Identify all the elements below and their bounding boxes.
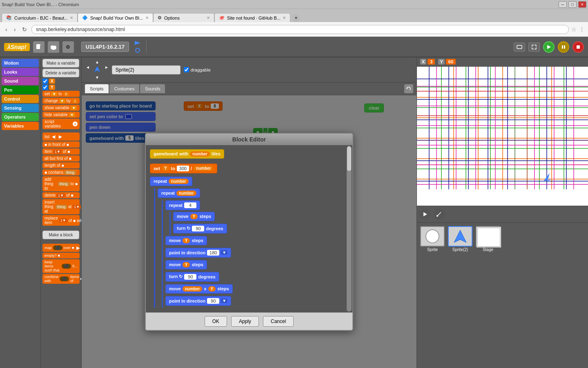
be-repeat4-block[interactable]: repeat 4	[165, 200, 200, 210]
be-set-y-block[interactable]: set Y to 300 / number	[150, 164, 217, 173]
undo-button[interactable]	[404, 84, 413, 93]
category-motion[interactable]: Motion	[2, 59, 39, 67]
maximize-button[interactable]: □	[568, 1, 577, 8]
tab-close[interactable]: ✕	[70, 16, 73, 20]
fullscreen-button[interactable]	[514, 43, 525, 52]
sprite-thumb-2[interactable]: Sprite(2)	[448, 226, 472, 365]
file-button[interactable]	[33, 41, 45, 53]
add-thing-input[interactable]: thing	[58, 182, 69, 186]
address-input[interactable]	[31, 25, 569, 34]
be-90-input1[interactable]: 90	[192, 226, 204, 231]
be-turn1-block[interactable]: turn ↻ 90 degrees	[173, 224, 227, 233]
be-300-input[interactable]: 300	[177, 166, 189, 171]
be-90-dropdown[interactable]: ▼	[221, 298, 227, 303]
menu-button[interactable]: ⋮	[579, 26, 585, 33]
close-button[interactable]: ✕	[578, 1, 586, 8]
tab-curriculum[interactable]: 📚 Curriculum - BJC - Beaut... ✕	[2, 13, 78, 22]
insert-thing[interactable]: thing	[56, 205, 67, 209]
be-move2-block[interactable]: move Y steps	[165, 236, 207, 245]
contains-block[interactable]: ■ contains thing	[42, 169, 80, 175]
set-block[interactable]: set ▼ to 0	[42, 91, 80, 97]
combine-toggle[interactable]: ⬛	[60, 276, 69, 281]
pause-button[interactable]	[558, 41, 569, 53]
list-right-arrow[interactable]: ►	[58, 133, 63, 140]
tab-costumes[interactable]: Costumes	[109, 84, 140, 93]
var-x-checkbox[interactable]: X	[42, 79, 80, 84]
delete-of-block[interactable]: delete 1▼ of ■	[42, 192, 80, 198]
be-move4-block[interactable]: move number x Y steps	[165, 284, 233, 294]
add-thing-block[interactable]: add thing to thing to ■	[42, 176, 80, 191]
be-move3-block[interactable]: move Y steps	[165, 260, 207, 269]
direction-up[interactable]: ▲	[95, 60, 99, 64]
sprite-rotate[interactable]	[134, 47, 141, 54]
script-variables-block[interactable]: script variables a	[42, 119, 80, 129]
tab-snap[interactable]: 🔷 Snap! Build Your Own Bl... ✕	[78, 13, 153, 22]
insert-dropdown[interactable]: 1▼	[73, 205, 81, 209]
keep-items-block[interactable]: keep items such that ⬛ fr...	[42, 259, 80, 273]
hide-var-dropdown[interactable]: ▼	[69, 113, 75, 117]
item-dropdown[interactable]: 1▼	[53, 150, 62, 154]
sprite-arrow-right[interactable]	[134, 40, 141, 47]
replace-item-block[interactable]: replace item 1▼ of ■ with ■	[42, 215, 80, 226]
cancel-button[interactable]: Cancel	[263, 316, 294, 327]
tab-options[interactable]: ⚙ Options ✕	[153, 13, 214, 22]
reload-button[interactable]: ↻	[20, 25, 29, 34]
sprite-name-input[interactable]	[112, 65, 180, 74]
be-point2-block[interactable]: point in direction 90 ▼	[165, 296, 231, 306]
tab-scripts[interactable]: Scripts	[85, 84, 109, 93]
be-point1-block[interactable]: point in direction 180 ▼	[165, 248, 231, 258]
contains-thing[interactable]: thing	[65, 171, 76, 175]
be-90-input3[interactable]: 90	[207, 298, 219, 304]
tab-close[interactable]: ✕	[283, 16, 286, 20]
run-button[interactable]	[543, 41, 555, 53]
bookmark-button[interactable]: ☆	[571, 26, 577, 33]
all-but-first-block[interactable]: all but first of ■	[42, 155, 80, 162]
item-block[interactable]: item 1▼ of ■	[42, 148, 80, 155]
delete-dropdown[interactable]: 1▼	[57, 193, 65, 197]
brush-stage-button[interactable]	[433, 209, 445, 220]
category-sound[interactable]: Sound	[2, 77, 39, 85]
be-180-input[interactable]: 180	[207, 250, 219, 256]
settings-button[interactable]: ⚙	[62, 41, 74, 53]
tab-close[interactable]: ✕	[207, 16, 210, 20]
category-pen[interactable]: Pen	[2, 86, 39, 94]
category-variables[interactable]: Variables	[2, 122, 39, 130]
draggable-checkbox[interactable]: draggable	[184, 67, 211, 72]
ok-button[interactable]: OK	[205, 316, 227, 327]
new-tab-button[interactable]: +	[292, 14, 300, 22]
direction-right[interactable]: ►	[105, 65, 109, 74]
tab-close[interactable]: ✕	[145, 16, 149, 20]
script-var-add[interactable]: a	[73, 121, 78, 126]
forward-button[interactable]: ›	[12, 25, 18, 34]
replace-dropdown[interactable]: 1▼	[59, 218, 67, 222]
category-control[interactable]: Control	[2, 95, 39, 103]
be-repeat2-block[interactable]: repeat number	[158, 188, 200, 198]
editor-scrollbar-thumb[interactable]	[347, 146, 351, 171]
tab-sounds[interactable]: Sounds	[140, 84, 165, 93]
apply-button[interactable]: Apply	[231, 316, 259, 327]
direction-down[interactable]: ▼	[95, 75, 99, 80]
be-repeat1-block[interactable]: repeat number	[150, 177, 192, 186]
editor-scrollbar[interactable]	[347, 146, 352, 312]
empty-block[interactable]: empty? ■	[42, 253, 80, 258]
var-y-check[interactable]	[42, 85, 48, 90]
be-header-block[interactable]: gameboard with number tiles	[150, 149, 224, 159]
make-block-button[interactable]: Make a block	[42, 231, 79, 239]
tab-github[interactable]: 🐙 Site not found · GitHub B... ✕	[214, 13, 290, 22]
category-looks[interactable]: Looks	[2, 68, 39, 76]
set-dropdown[interactable]: ▼	[51, 92, 57, 96]
stop-button[interactable]	[572, 41, 584, 53]
run-stage-button[interactable]	[419, 209, 431, 220]
minimize-button[interactable]: ─	[559, 1, 567, 8]
be-move1-block[interactable]: move Y steps	[173, 212, 215, 221]
show-variable-block[interactable]: show variable ▼	[42, 105, 80, 111]
be-180-dropdown[interactable]: ▼	[221, 250, 227, 255]
be-90-input2[interactable]: 90	[184, 274, 196, 280]
stage-thumb[interactable]: Stage	[476, 226, 500, 365]
list-left-arrow[interactable]: ◄	[51, 133, 56, 140]
change-block[interactable]: change ▼ by 1	[42, 98, 80, 104]
in-front-of-block[interactable]: ■ in front of ■	[42, 141, 80, 148]
show-var-dropdown[interactable]: ▼	[71, 106, 77, 110]
make-variable-button[interactable]: Make a variable	[42, 59, 79, 67]
var-x-check[interactable]	[42, 79, 48, 84]
